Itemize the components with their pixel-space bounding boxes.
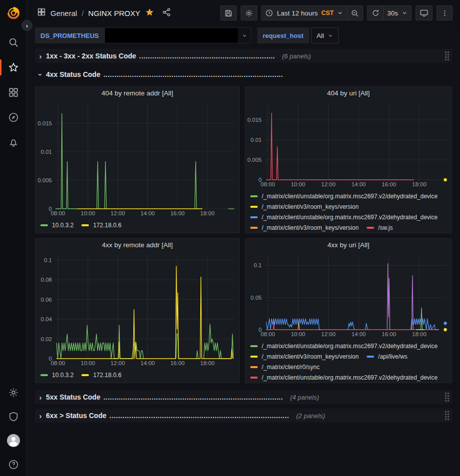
timeseries-chart-404-remote-addr[interactable]: 00.0050.010.01508:0010:0012:0014:0016:00… bbox=[35, 99, 239, 219]
legend-item[interactable]: /api/live/ws bbox=[367, 352, 408, 362]
legend-item[interactable]: 172.18.0.6 bbox=[81, 370, 121, 381]
legend-item[interactable]: /_matrix/client/unstable/org.matrix.msc2… bbox=[250, 212, 438, 223]
timeseries-chart-404-uri[interactable]: 00.0050.010.01508:0010:0012:0014:0016:00… bbox=[245, 100, 452, 190]
share-icon[interactable] bbox=[162, 7, 171, 19]
chevron-right-icon[interactable]: › bbox=[35, 412, 46, 420]
row-panel-count: (2 panels) bbox=[296, 412, 325, 420]
breadcrumb-separator: / bbox=[81, 9, 83, 17]
cycle-view-monitor-button[interactable] bbox=[416, 5, 433, 20]
row-1xx-3xx-2xx[interactable]: › 1xx - 3xx - 2xx Status Code ..........… bbox=[35, 49, 452, 63]
legend-item[interactable]: /_matrix/client/v3/room_keys/version bbox=[250, 223, 359, 233]
refresh-interval-label: 30s bbox=[387, 9, 398, 17]
timeseries-chart-4xx-uri[interactable]: 00.050.108:0010:0012:0014:0016:0018:00 bbox=[245, 252, 452, 340]
row-title[interactable]: 5xx Status Code bbox=[46, 393, 100, 401]
alerting-bell-icon[interactable] bbox=[0, 136, 27, 149]
row-4xx[interactable]: › 4xx Status Code ......................… bbox=[35, 67, 452, 81]
dashboards-icon[interactable] bbox=[0, 86, 27, 99]
row-title-leader-dots: ........................................… bbox=[103, 70, 283, 78]
svg-text:0.015: 0.015 bbox=[37, 120, 52, 126]
legend-label: 10.0.3.2 bbox=[52, 220, 73, 231]
svg-text:10:00: 10:00 bbox=[291, 331, 305, 337]
legend-label: /_matrix/client/unstable/org.matrix.msc2… bbox=[262, 341, 438, 352]
configuration-gear-icon[interactable] bbox=[0, 386, 27, 399]
refresh-button[interactable] bbox=[367, 5, 383, 20]
row-drag-handle[interactable] bbox=[445, 393, 449, 402]
starred-dashboards-icon[interactable] bbox=[0, 61, 27, 74]
breadcrumb: General / NGINX PROXY bbox=[37, 7, 171, 19]
svg-text:16:00: 16:00 bbox=[382, 181, 396, 187]
explore-compass-icon[interactable] bbox=[0, 111, 27, 124]
legend-swatch bbox=[250, 216, 258, 218]
legend-label: 10.0.3.2 bbox=[52, 370, 73, 381]
svg-text:0.08: 0.08 bbox=[41, 277, 52, 283]
legend-label: /sw.js bbox=[378, 223, 393, 233]
legend-label: 172.18.0.6 bbox=[93, 220, 121, 231]
svg-text:0.1: 0.1 bbox=[254, 262, 262, 268]
legend-item[interactable]: /sw.js bbox=[367, 223, 393, 233]
panel-title[interactable]: 404 by uri [All] bbox=[245, 87, 452, 100]
legend-swatch bbox=[250, 195, 258, 197]
svg-text:08:00: 08:00 bbox=[261, 181, 275, 187]
legend-swatch bbox=[367, 356, 374, 358]
row-drag-handle[interactable] bbox=[445, 51, 449, 60]
legend-item[interactable]: 10.0.3.2 bbox=[40, 220, 73, 231]
row-5xx[interactable]: › 5xx Status Code ......................… bbox=[35, 390, 452, 404]
dashboard-body: › 1xx - 3xx - 2xx Status Code ..........… bbox=[27, 45, 460, 423]
row-title[interactable]: 4xx Status Code bbox=[46, 70, 100, 78]
row-drag-handle[interactable] bbox=[445, 411, 449, 420]
legend-item[interactable]: 10.0.3.2 bbox=[40, 370, 73, 381]
zoom-out-button[interactable] bbox=[347, 5, 363, 20]
panel-title[interactable]: 4xx by uri [All] bbox=[245, 239, 452, 252]
legend-item[interactable]: 172.18.0.6 bbox=[81, 220, 121, 231]
dashboard-settings-button[interactable] bbox=[241, 5, 257, 20]
time-controls: Last 12 hours CST bbox=[261, 5, 363, 20]
chevron-right-icon[interactable]: › bbox=[35, 393, 46, 402]
request-host-variable-picker[interactable]: All bbox=[311, 27, 339, 43]
legend-item[interactable]: /_matrix/client/v3/room_keys/version bbox=[250, 352, 359, 362]
sidebar bbox=[0, 0, 27, 476]
clock-icon bbox=[265, 9, 273, 17]
svg-text:16:00: 16:00 bbox=[170, 210, 185, 216]
save-dashboard-button[interactable] bbox=[220, 5, 237, 20]
search-icon[interactable] bbox=[0, 36, 27, 49]
chevron-right-icon[interactable]: › bbox=[35, 52, 46, 60]
svg-text:0.01: 0.01 bbox=[251, 137, 262, 143]
legend-item[interactable]: /_matrix/client/v3/room_keys/version bbox=[250, 202, 359, 212]
row-panel-count: (6 panels) bbox=[282, 52, 311, 60]
panel-title[interactable]: 4xx by remote addr [All] bbox=[35, 239, 239, 251]
svg-text:0.005: 0.005 bbox=[37, 177, 52, 183]
panel-4xx-by-remote-addr: 4xx by remote addr [All] 00.020.040.060.… bbox=[35, 238, 240, 383]
timeseries-chart-4xx-remote-addr[interactable]: 00.020.040.060.080.108:0010:0012:0014:00… bbox=[35, 251, 239, 369]
svg-text:10:00: 10:00 bbox=[81, 210, 95, 216]
breadcrumb-folder[interactable]: General bbox=[50, 9, 77, 17]
legend-item[interactable]: /_matrix/client/unstable/org.matrix.msc2… bbox=[250, 373, 438, 383]
legend-swatch bbox=[250, 206, 258, 208]
legend-item[interactable]: /_matrix/client/r0/sync bbox=[250, 362, 320, 373]
svg-text:0.02: 0.02 bbox=[41, 336, 52, 342]
sidebar-collapse-button[interactable]: › bbox=[21, 20, 32, 31]
time-range-picker[interactable]: Last 12 hours CST bbox=[261, 5, 347, 20]
row-title[interactable]: 1xx - 3xx - 2xx Status Code bbox=[46, 52, 136, 60]
datasource-variable-select[interactable] bbox=[104, 27, 251, 43]
datasource-variable-value-redacted bbox=[105, 28, 238, 43]
time-range-label: Last 12 hours bbox=[277, 9, 318, 17]
refresh-interval-picker[interactable]: 30s bbox=[383, 5, 412, 20]
help-icon[interactable] bbox=[0, 458, 27, 471]
row-title[interactable]: 6xx > Status Code bbox=[46, 412, 106, 420]
panel-title[interactable]: 404 by remote addr [All] bbox=[35, 87, 239, 99]
chevron-down-icon[interactable]: › bbox=[36, 69, 45, 80]
favorite-star-icon[interactable] bbox=[145, 7, 154, 19]
server-admin-shield-icon[interactable] bbox=[0, 410, 27, 423]
grafana-logo-icon[interactable] bbox=[5, 5, 21, 21]
row-title-leader-dots: ........................................… bbox=[103, 393, 283, 401]
kebab-menu-button[interactable] bbox=[437, 5, 453, 20]
legend-item[interactable]: /_matrix/client/unstable/org.matrix.msc2… bbox=[250, 341, 438, 352]
svg-text:16:00: 16:00 bbox=[170, 360, 185, 366]
dashboard-title[interactable]: NGINX PROXY bbox=[88, 9, 140, 17]
legend-item[interactable]: /_matrix/client/unstable/org.matrix.msc2… bbox=[250, 191, 438, 202]
legend-swatch bbox=[40, 224, 48, 226]
legend-swatch bbox=[250, 356, 258, 358]
top-navbar: General / NGINX PROXY bbox=[27, 0, 460, 26]
user-avatar[interactable] bbox=[0, 434, 27, 447]
row-6xx[interactable]: › 6xx > Status Code ....................… bbox=[35, 409, 452, 423]
